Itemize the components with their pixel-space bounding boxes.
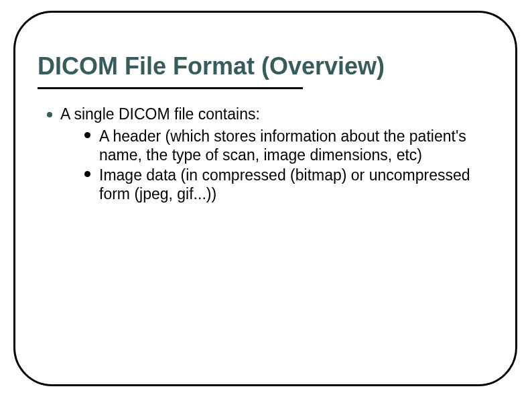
main-item-text: A single DICOM file contains: bbox=[60, 105, 260, 123]
title-underline bbox=[38, 87, 303, 89]
sub-item: A header (which stores information about… bbox=[94, 127, 500, 164]
bullet-icon bbox=[47, 112, 52, 117]
bullet-icon bbox=[84, 132, 90, 138]
sub-item: Image data (in compressed (bitmap) or un… bbox=[94, 166, 500, 203]
slide-content: DICOM File Format (Overview) A single DI… bbox=[38, 52, 500, 205]
sub-item-text: Image data (in compressed (bitmap) or un… bbox=[99, 166, 470, 203]
main-item: A single DICOM file contains: A header (… bbox=[58, 105, 500, 203]
main-list: A single DICOM file contains: A header (… bbox=[58, 105, 500, 203]
slide-title: DICOM File Format (Overview) bbox=[38, 52, 500, 80]
sub-item-text: A header (which stores information about… bbox=[99, 127, 466, 164]
bullet-icon bbox=[84, 171, 90, 177]
sub-list: A header (which stores information about… bbox=[94, 127, 500, 203]
